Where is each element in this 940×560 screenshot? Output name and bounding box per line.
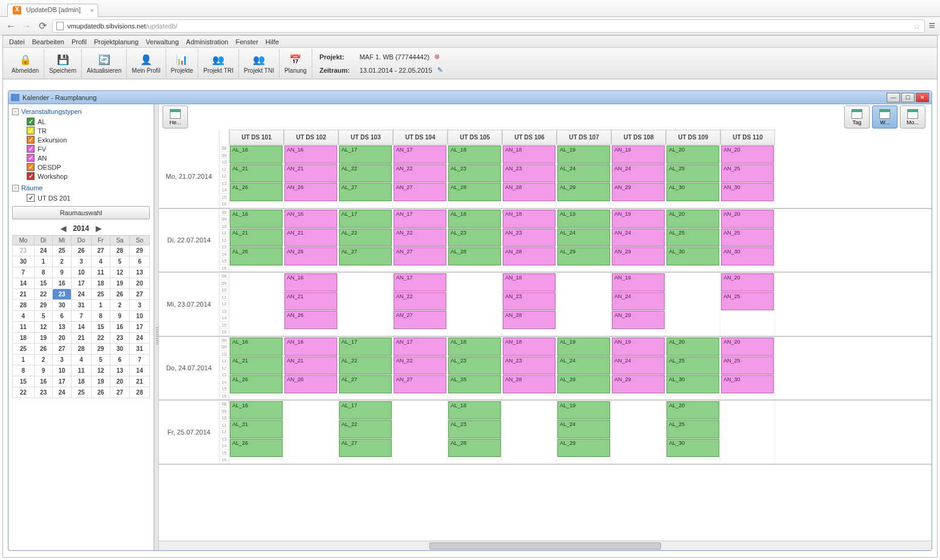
al-event[interactable]: AL_21 (230, 164, 283, 182)
menu-bearbeiten[interactable]: Bearbeiten (29, 38, 68, 45)
cal-day[interactable]: 14 (130, 365, 150, 376)
cal-day[interactable]: 27 (92, 245, 110, 256)
cal-day[interactable]: 23 (34, 387, 52, 398)
cal-day[interactable]: 3 (71, 256, 92, 267)
an-event[interactable]: AN_30 (721, 247, 774, 265)
cal-day[interactable]: 24 (130, 333, 150, 344)
event-type-al[interactable]: ✓AL (12, 117, 150, 126)
room-cell[interactable]: AN_18AN_23AN_28 (502, 209, 557, 272)
cal-day[interactable]: 18 (13, 333, 35, 344)
al-event[interactable]: AL_29 (557, 439, 610, 457)
al-event[interactable]: AL_27 (339, 247, 392, 265)
room-cell[interactable] (284, 401, 338, 464)
room-cell[interactable]: AL_19AL_24AL_29 (557, 401, 611, 464)
al-event[interactable]: AL_29 (557, 183, 610, 201)
cal-day[interactable]: 15 (34, 278, 52, 289)
an-event[interactable]: AN_22 (394, 292, 446, 310)
al-event[interactable]: AL_17 (339, 145, 392, 164)
cal-day[interactable]: 30 (13, 256, 35, 267)
room-cell[interactable]: AL_16AL_21AL_26 (229, 209, 284, 272)
cal-day[interactable]: 2 (53, 256, 71, 267)
room-cell[interactable]: AL_16AL_21AL_26 (229, 337, 284, 400)
room-cell[interactable]: AL_17AL_22AL_27 (338, 337, 393, 400)
cal-day[interactable]: 1 (92, 300, 110, 311)
toolbar-planung[interactable]: 📅Planung (280, 49, 312, 78)
an-event[interactable]: AN_16 (284, 145, 337, 164)
al-event[interactable]: AL_30 (666, 183, 719, 201)
an-event[interactable]: AN_25 (721, 356, 774, 375)
room-cell[interactable]: AN_17AN_22AN_27 (393, 337, 448, 400)
al-event[interactable]: AL_25 (666, 356, 719, 375)
cal-day[interactable]: 29 (34, 300, 52, 311)
event-type-oesdp[interactable]: ✓OESDP (12, 162, 150, 172)
an-event[interactable]: AN_19 (612, 210, 665, 228)
al-event[interactable]: AL_19 (557, 338, 610, 356)
cal-day[interactable]: 27 (110, 387, 130, 398)
al-event[interactable]: AL_17 (339, 401, 392, 419)
an-event[interactable]: AN_26 (284, 183, 337, 201)
checkbox-icon[interactable]: ✓ (27, 136, 35, 144)
cal-day[interactable]: 2 (34, 355, 52, 365)
al-event[interactable]: AL_16 (230, 338, 283, 356)
room-cell[interactable]: AN_18AN_23AN_28 (502, 337, 557, 400)
al-event[interactable]: AL_20 (666, 338, 719, 356)
cal-day[interactable]: 23 (53, 289, 71, 300)
al-event[interactable]: AL_22 (339, 164, 392, 182)
menu-verwaltung[interactable]: Verwaltung (142, 38, 182, 45)
room-cell[interactable]: AL_20AL_25AL_30 (666, 401, 720, 464)
cal-day[interactable]: 9 (53, 267, 71, 278)
cal-day[interactable]: 30 (110, 344, 130, 355)
cal-day[interactable]: 14 (13, 278, 35, 289)
cal-day[interactable]: 15 (92, 322, 110, 333)
an-event[interactable]: AN_20 (721, 338, 774, 356)
al-event[interactable]: AL_16 (230, 210, 283, 228)
cal-day[interactable]: 17 (130, 322, 150, 333)
an-event[interactable]: AN_17 (394, 210, 446, 228)
an-event[interactable]: AN_29 (612, 311, 665, 329)
cal-day[interactable]: 8 (34, 267, 52, 278)
an-event[interactable]: AN_22 (394, 356, 446, 375)
an-event[interactable]: AN_26 (284, 247, 337, 265)
an-event[interactable]: AN_29 (612, 183, 665, 201)
cal-day[interactable]: 14 (71, 322, 92, 333)
cal-day[interactable]: 26 (92, 387, 110, 398)
checkbox-icon[interactable]: ✓ (27, 145, 35, 153)
cal-day[interactable]: 31 (71, 300, 92, 311)
cal-day[interactable]: 13 (53, 322, 71, 333)
an-event[interactable]: AN_21 (284, 164, 337, 182)
an-event[interactable]: AN_27 (394, 311, 446, 329)
cal-day[interactable]: 19 (110, 278, 130, 289)
an-event[interactable]: AN_28 (503, 311, 556, 329)
al-event[interactable]: AL_21 (230, 228, 283, 247)
al-event[interactable]: AL_25 (666, 420, 719, 438)
an-event[interactable]: AN_26 (284, 375, 337, 393)
cal-day[interactable]: 9 (34, 365, 52, 376)
room-cell[interactable]: AL_19AL_24AL_29 (557, 145, 611, 208)
cal-day[interactable]: 12 (110, 267, 130, 278)
room-cell[interactable]: AN_17AN_22AN_27 (393, 145, 448, 208)
cal-day[interactable]: 17 (71, 278, 92, 289)
room-cell[interactable]: AL_20AL_25AL_30 (666, 337, 720, 400)
cal-day[interactable]: 4 (92, 256, 110, 267)
inner-close-icon[interactable]: ✕ (916, 93, 929, 102)
room-cell[interactable]: AL_16AL_21AL_26 (229, 401, 284, 464)
tree-toggle-icon[interactable]: − (12, 108, 19, 115)
an-event[interactable]: AN_20 (721, 145, 774, 164)
al-event[interactable]: AL_28 (448, 183, 501, 201)
cal-day[interactable]: 25 (13, 344, 35, 355)
room-cell[interactable] (720, 401, 775, 464)
an-event[interactable]: AN_24 (612, 356, 665, 375)
al-event[interactable]: AL_19 (557, 401, 610, 419)
year-prev-icon[interactable]: ◀ (56, 224, 71, 233)
cal-day[interactable]: 21 (130, 376, 150, 387)
cal-day[interactable]: 31 (130, 344, 150, 355)
an-event[interactable]: AN_18 (503, 273, 556, 292)
toolbar-abmelden[interactable]: 🔒Abmelden (7, 49, 44, 78)
room-cell[interactable]: AN_19AN_24AN_29 (611, 209, 666, 272)
toolbar-mein-profil[interactable]: 👤Mein Profil (127, 49, 166, 78)
al-event[interactable]: AL_27 (339, 183, 392, 201)
al-event[interactable]: AL_21 (230, 420, 283, 438)
an-event[interactable]: AN_18 (503, 338, 556, 356)
proj-close-icon[interactable]: ⊗ (434, 53, 440, 61)
cal-day[interactable]: 5 (110, 256, 130, 267)
